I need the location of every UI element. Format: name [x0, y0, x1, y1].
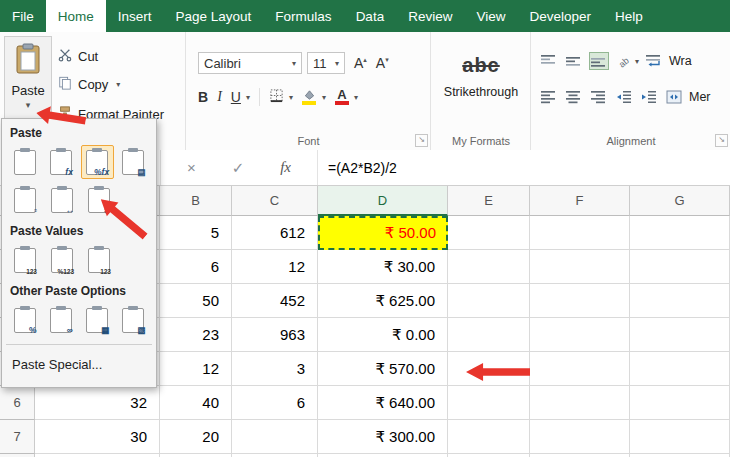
paste-option-linked-picture[interactable]: ▧ — [117, 303, 150, 337]
cell-g6[interactable] — [630, 386, 730, 420]
paste-option-formulas[interactable]: fx — [44, 145, 77, 179]
font-name-select[interactable]: Calibri ▾ — [198, 52, 302, 74]
wrap-text-button[interactable]: Wra — [669, 54, 692, 68]
borders-button[interactable] — [269, 88, 284, 106]
selected-cell-d1[interactable]: ₹ 50.00 — [318, 216, 448, 250]
cell-f4[interactable] — [530, 318, 630, 352]
cell-d3[interactable]: ₹ 625.00 — [318, 284, 448, 318]
cell-e6[interactable] — [448, 386, 530, 420]
decrease-font-button[interactable]: A▾ — [376, 55, 389, 71]
increase-font-button[interactable]: A▴ — [354, 55, 367, 71]
cell-b2[interactable]: 6 — [160, 250, 232, 284]
paste-special-item[interactable]: Paste Special... — [2, 350, 156, 377]
paste-option-paste-link[interactable]: ∞ — [44, 303, 77, 337]
cell-g1[interactable] — [630, 216, 730, 250]
cell-b5[interactable]: 12 — [160, 352, 232, 386]
cell-b6[interactable]: 40 — [160, 386, 232, 420]
align-right-button[interactable] — [589, 88, 609, 106]
strikethrough-button[interactable]: abc Strikethrough — [431, 54, 531, 99]
cell-a6[interactable]: 32 — [35, 386, 160, 420]
cell-e1[interactable] — [448, 216, 530, 250]
cell-c4[interactable]: 963 — [232, 318, 318, 352]
borders-dropdown-caret[interactable]: ▾ — [289, 93, 293, 102]
cut-button[interactable]: Cut — [58, 44, 98, 68]
tab-insert[interactable]: Insert — [106, 0, 164, 32]
cell-e4[interactable] — [448, 318, 530, 352]
paste-dropdown-caret[interactable]: ▾ — [26, 100, 31, 110]
cell-f2[interactable] — [530, 250, 630, 284]
fill-color-button[interactable] — [302, 90, 317, 105]
merge-center-button[interactable]: Mer — [689, 90, 711, 104]
font-dialog-launcher[interactable]: ↘ — [415, 134, 428, 147]
align-middle-button[interactable] — [564, 52, 584, 70]
copy-button[interactable]: Copy ▾ — [58, 72, 120, 96]
fill-color-dropdown-caret[interactable]: ▾ — [322, 93, 326, 102]
alignment-dialog-launcher[interactable]: ↘ — [715, 134, 728, 147]
cell-g3[interactable] — [630, 284, 730, 318]
align-top-button[interactable] — [539, 52, 559, 70]
cell-f3[interactable] — [530, 284, 630, 318]
cell-c2[interactable]: 12 — [232, 250, 318, 284]
decrease-indent-button[interactable] — [614, 88, 634, 106]
italic-button[interactable]: I — [217, 89, 222, 105]
cell-d5[interactable]: ₹ 570.00 — [318, 352, 448, 386]
cell-e3[interactable] — [448, 284, 530, 318]
underline-dropdown-caret[interactable]: ▾ — [246, 93, 250, 102]
cell-d2[interactable]: ₹ 30.00 — [318, 250, 448, 284]
bold-button[interactable]: B — [198, 89, 208, 105]
tab-data[interactable]: Data — [344, 0, 397, 32]
increase-indent-button[interactable] — [639, 88, 659, 106]
row-header-7[interactable]: 7 — [0, 420, 35, 454]
column-header-e[interactable]: E — [448, 186, 530, 216]
insert-function-button[interactable]: fx — [280, 159, 291, 176]
tab-home[interactable]: Home — [46, 0, 106, 32]
formula-input[interactable]: =(A2*B2)/2 — [318, 150, 730, 185]
column-header-g[interactable]: G — [630, 186, 730, 216]
tab-file[interactable]: File — [0, 0, 46, 32]
tab-formulas[interactable]: Formulas — [263, 0, 343, 32]
orientation-dropdown-caret[interactable]: ▾ — [635, 57, 639, 66]
cell-f6[interactable] — [530, 386, 630, 420]
paste-option-no-borders[interactable]: ▫ — [8, 183, 42, 217]
cell-c1[interactable]: 612 — [232, 216, 318, 250]
enter-button[interactable]: ✓ — [232, 159, 245, 177]
cell-c3[interactable]: 452 — [232, 284, 318, 318]
paste-option-formulas-number-formatting[interactable]: %fx — [81, 145, 114, 179]
cell-d7[interactable]: ₹ 300.00 — [318, 420, 448, 454]
tab-view[interactable]: View — [464, 0, 517, 32]
cell-f7[interactable] — [530, 420, 630, 454]
column-header-f[interactable]: F — [530, 186, 630, 216]
cell-e2[interactable] — [448, 250, 530, 284]
cell-g5[interactable] — [630, 352, 730, 386]
paste-option-keep-source-column-widths[interactable]: ↔ — [45, 183, 79, 217]
cell-b1[interactable]: 5 — [160, 216, 232, 250]
cell-d4[interactable]: ₹ 0.00 — [318, 318, 448, 352]
column-header-b[interactable]: B — [160, 186, 232, 216]
paste-option-paste[interactable] — [8, 145, 41, 179]
cell-g2[interactable] — [630, 250, 730, 284]
paste-option-values[interactable]: 123 — [8, 243, 42, 277]
cell-c6[interactable]: 6 — [232, 386, 318, 420]
align-left-button[interactable] — [539, 88, 559, 106]
cell-c5[interactable]: 3 — [232, 352, 318, 386]
paste-option-formatting[interactable]: % — [8, 303, 41, 337]
align-center-button[interactable] — [564, 88, 584, 106]
paste-option-values-number-formatting[interactable]: %123 — [45, 243, 79, 277]
align-bottom-button[interactable] — [589, 52, 609, 70]
cell-b7[interactable]: 20 — [160, 420, 232, 454]
column-header-d[interactable]: D — [318, 186, 448, 216]
underline-button[interactable]: U — [231, 89, 241, 105]
tab-developer[interactable]: Developer — [517, 0, 603, 32]
column-header-c[interactable]: C — [232, 186, 318, 216]
cell-c7[interactable] — [232, 420, 318, 454]
tab-help[interactable]: Help — [603, 0, 655, 32]
row-header-6[interactable]: 6 — [0, 386, 35, 420]
orientation-button[interactable]: ab — [614, 52, 634, 70]
cell-e7[interactable] — [448, 420, 530, 454]
cell-f1[interactable] — [530, 216, 630, 250]
copy-dropdown-caret[interactable]: ▾ — [116, 80, 120, 89]
tab-page-layout[interactable]: Page Layout — [164, 0, 264, 32]
cancel-button[interactable]: × — [187, 159, 196, 176]
paste-option-keep-source-formatting[interactable]: ▤ — [117, 145, 150, 179]
font-color-button[interactable]: A — [335, 89, 349, 105]
